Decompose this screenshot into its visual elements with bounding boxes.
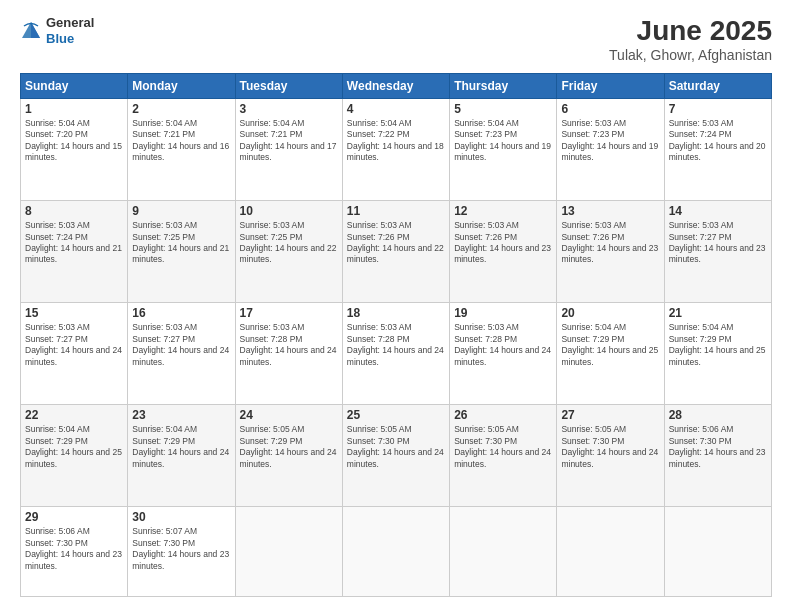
day-number: 4 <box>347 102 445 116</box>
calendar-cell: 12Sunrise: 5:03 AMSunset: 7:26 PMDayligh… <box>450 201 557 303</box>
calendar-week-1: 1Sunrise: 5:04 AMSunset: 7:20 PMDaylight… <box>21 99 772 201</box>
cell-info: Sunrise: 5:04 AMSunset: 7:20 PMDaylight:… <box>25 118 123 164</box>
day-number: 29 <box>25 510 123 524</box>
day-number: 7 <box>669 102 767 116</box>
calendar-week-3: 15Sunrise: 5:03 AMSunset: 7:27 PMDayligh… <box>21 303 772 405</box>
calendar-cell: 18Sunrise: 5:03 AMSunset: 7:28 PMDayligh… <box>342 303 449 405</box>
calendar-header-row: SundayMondayTuesdayWednesdayThursdayFrid… <box>21 74 772 99</box>
calendar-week-5: 29Sunrise: 5:06 AMSunset: 7:30 PMDayligh… <box>21 507 772 597</box>
day-number: 9 <box>132 204 230 218</box>
cell-info: Sunrise: 5:04 AMSunset: 7:29 PMDaylight:… <box>669 322 767 368</box>
calendar-cell: 25Sunrise: 5:05 AMSunset: 7:30 PMDayligh… <box>342 405 449 507</box>
day-number: 23 <box>132 408 230 422</box>
day-number: 13 <box>561 204 659 218</box>
calendar-cell <box>450 507 557 597</box>
cell-info: Sunrise: 5:04 AMSunset: 7:29 PMDaylight:… <box>561 322 659 368</box>
calendar-cell: 6Sunrise: 5:03 AMSunset: 7:23 PMDaylight… <box>557 99 664 201</box>
day-number: 5 <box>454 102 552 116</box>
cell-info: Sunrise: 5:03 AMSunset: 7:28 PMDaylight:… <box>347 322 445 368</box>
cell-info: Sunrise: 5:03 AMSunset: 7:24 PMDaylight:… <box>669 118 767 164</box>
calendar-cell: 2Sunrise: 5:04 AMSunset: 7:21 PMDaylight… <box>128 99 235 201</box>
cell-info: Sunrise: 5:03 AMSunset: 7:28 PMDaylight:… <box>240 322 338 368</box>
day-header-monday: Monday <box>128 74 235 99</box>
calendar-table: SundayMondayTuesdayWednesdayThursdayFrid… <box>20 73 772 597</box>
day-number: 25 <box>347 408 445 422</box>
cell-info: Sunrise: 5:03 AMSunset: 7:27 PMDaylight:… <box>25 322 123 368</box>
day-number: 22 <box>25 408 123 422</box>
day-number: 3 <box>240 102 338 116</box>
title-block: June 2025 Tulak, Ghowr, Afghanistan <box>609 15 772 63</box>
calendar-cell <box>557 507 664 597</box>
calendar-cell: 8Sunrise: 5:03 AMSunset: 7:24 PMDaylight… <box>21 201 128 303</box>
logo-general-text: General <box>46 15 94 31</box>
calendar-cell: 21Sunrise: 5:04 AMSunset: 7:29 PMDayligh… <box>664 303 771 405</box>
day-number: 20 <box>561 306 659 320</box>
day-number: 18 <box>347 306 445 320</box>
logo-blue-text: Blue <box>46 31 94 47</box>
cell-info: Sunrise: 5:04 AMSunset: 7:21 PMDaylight:… <box>240 118 338 164</box>
calendar-cell: 28Sunrise: 5:06 AMSunset: 7:30 PMDayligh… <box>664 405 771 507</box>
day-number: 28 <box>669 408 767 422</box>
cell-info: Sunrise: 5:05 AMSunset: 7:30 PMDaylight:… <box>454 424 552 470</box>
cell-info: Sunrise: 5:03 AMSunset: 7:28 PMDaylight:… <box>454 322 552 368</box>
day-header-sunday: Sunday <box>21 74 128 99</box>
cell-info: Sunrise: 5:06 AMSunset: 7:30 PMDaylight:… <box>25 526 123 572</box>
calendar-cell: 23Sunrise: 5:04 AMSunset: 7:29 PMDayligh… <box>128 405 235 507</box>
day-number: 14 <box>669 204 767 218</box>
calendar-cell: 11Sunrise: 5:03 AMSunset: 7:26 PMDayligh… <box>342 201 449 303</box>
day-number: 19 <box>454 306 552 320</box>
cell-info: Sunrise: 5:05 AMSunset: 7:30 PMDaylight:… <box>347 424 445 470</box>
calendar-cell: 24Sunrise: 5:05 AMSunset: 7:29 PMDayligh… <box>235 405 342 507</box>
calendar-cell <box>235 507 342 597</box>
cell-info: Sunrise: 5:03 AMSunset: 7:26 PMDaylight:… <box>454 220 552 266</box>
calendar-cell: 13Sunrise: 5:03 AMSunset: 7:26 PMDayligh… <box>557 201 664 303</box>
page: General Blue June 2025 Tulak, Ghowr, Afg… <box>0 0 792 612</box>
calendar-cell: 17Sunrise: 5:03 AMSunset: 7:28 PMDayligh… <box>235 303 342 405</box>
logo-text: General Blue <box>46 15 94 46</box>
calendar-cell: 4Sunrise: 5:04 AMSunset: 7:22 PMDaylight… <box>342 99 449 201</box>
calendar-cell <box>342 507 449 597</box>
day-header-friday: Friday <box>557 74 664 99</box>
cell-info: Sunrise: 5:04 AMSunset: 7:23 PMDaylight:… <box>454 118 552 164</box>
calendar-cell: 7Sunrise: 5:03 AMSunset: 7:24 PMDaylight… <box>664 99 771 201</box>
cell-info: Sunrise: 5:06 AMSunset: 7:30 PMDaylight:… <box>669 424 767 470</box>
cell-info: Sunrise: 5:03 AMSunset: 7:27 PMDaylight:… <box>132 322 230 368</box>
calendar-cell: 19Sunrise: 5:03 AMSunset: 7:28 PMDayligh… <box>450 303 557 405</box>
calendar-cell: 22Sunrise: 5:04 AMSunset: 7:29 PMDayligh… <box>21 405 128 507</box>
day-number: 11 <box>347 204 445 218</box>
calendar-title: June 2025 <box>609 15 772 47</box>
calendar-cell: 29Sunrise: 5:06 AMSunset: 7:30 PMDayligh… <box>21 507 128 597</box>
day-number: 24 <box>240 408 338 422</box>
day-number: 17 <box>240 306 338 320</box>
cell-info: Sunrise: 5:03 AMSunset: 7:26 PMDaylight:… <box>347 220 445 266</box>
day-number: 26 <box>454 408 552 422</box>
calendar-week-2: 8Sunrise: 5:03 AMSunset: 7:24 PMDaylight… <box>21 201 772 303</box>
day-number: 1 <box>25 102 123 116</box>
calendar-cell: 16Sunrise: 5:03 AMSunset: 7:27 PMDayligh… <box>128 303 235 405</box>
cell-info: Sunrise: 5:03 AMSunset: 7:23 PMDaylight:… <box>561 118 659 164</box>
cell-info: Sunrise: 5:05 AMSunset: 7:30 PMDaylight:… <box>561 424 659 470</box>
calendar-cell: 27Sunrise: 5:05 AMSunset: 7:30 PMDayligh… <box>557 405 664 507</box>
day-number: 30 <box>132 510 230 524</box>
cell-info: Sunrise: 5:04 AMSunset: 7:22 PMDaylight:… <box>347 118 445 164</box>
day-header-saturday: Saturday <box>664 74 771 99</box>
cell-info: Sunrise: 5:04 AMSunset: 7:29 PMDaylight:… <box>25 424 123 470</box>
calendar-cell: 30Sunrise: 5:07 AMSunset: 7:30 PMDayligh… <box>128 507 235 597</box>
cell-info: Sunrise: 5:04 AMSunset: 7:21 PMDaylight:… <box>132 118 230 164</box>
logo-icon <box>20 20 42 42</box>
cell-info: Sunrise: 5:03 AMSunset: 7:26 PMDaylight:… <box>561 220 659 266</box>
calendar-cell: 26Sunrise: 5:05 AMSunset: 7:30 PMDayligh… <box>450 405 557 507</box>
day-number: 6 <box>561 102 659 116</box>
day-number: 10 <box>240 204 338 218</box>
day-header-thursday: Thursday <box>450 74 557 99</box>
cell-info: Sunrise: 5:04 AMSunset: 7:29 PMDaylight:… <box>132 424 230 470</box>
day-header-tuesday: Tuesday <box>235 74 342 99</box>
day-number: 21 <box>669 306 767 320</box>
header: General Blue June 2025 Tulak, Ghowr, Afg… <box>20 15 772 63</box>
calendar-cell: 3Sunrise: 5:04 AMSunset: 7:21 PMDaylight… <box>235 99 342 201</box>
calendar-cell <box>664 507 771 597</box>
cell-info: Sunrise: 5:03 AMSunset: 7:25 PMDaylight:… <box>132 220 230 266</box>
calendar-cell: 20Sunrise: 5:04 AMSunset: 7:29 PMDayligh… <box>557 303 664 405</box>
calendar-cell: 14Sunrise: 5:03 AMSunset: 7:27 PMDayligh… <box>664 201 771 303</box>
day-number: 2 <box>132 102 230 116</box>
